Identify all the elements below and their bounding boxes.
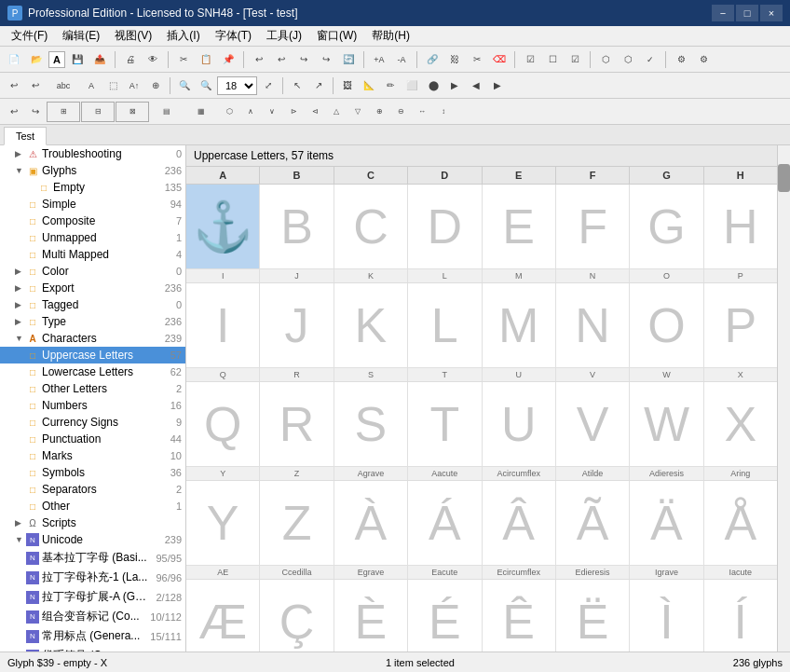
zoom-out-button[interactable]: 🔍 <box>174 75 195 96</box>
glyph-cell-T[interactable]: T <box>408 382 482 466</box>
sidebar-item-simple[interactable]: □ Simple 94 <box>0 196 185 213</box>
sidebar-item-unmapped[interactable]: □ Unmapped 1 <box>0 229 185 246</box>
undo3-button[interactable]: ↩ <box>4 75 24 96</box>
glyph-cell-Agrave[interactable]: À <box>334 481 408 565</box>
validate-button[interactable]: ✓ <box>640 49 661 70</box>
unlink-button[interactable]: ✂ <box>467 49 487 70</box>
tb3-1[interactable]: ↩ <box>4 102 24 122</box>
scrollbar[interactable] <box>777 145 790 651</box>
sidebar-item-uni-1[interactable]: N 拉丁字母补充-1 (La... 96/96 <box>0 568 185 587</box>
tb3-7[interactable]: ▦ <box>184 102 218 122</box>
glyph-cell-Y[interactable]: Y <box>186 481 260 565</box>
menu-tools[interactable]: 工具(J) <box>259 26 309 46</box>
glyph-cell-K[interactable]: K <box>334 283 408 367</box>
zoom-select[interactable]: 18 <box>217 76 257 95</box>
tb3-13[interactable]: △ <box>326 102 347 122</box>
glyph-cell-C[interactable]: C <box>334 185 408 268</box>
open-button[interactable]: 📂 <box>26 49 47 70</box>
glyph-cell-Aring[interactable]: Å <box>704 481 777 565</box>
glyph-cell-D[interactable]: D <box>408 185 482 268</box>
sidebar-item-uni-0[interactable]: N 基本拉丁字母 (Basi... 95/95 <box>0 548 185 568</box>
sidebar-item-type[interactable]: ▶ □ Type 236 <box>0 313 185 330</box>
sidebar-item-composite[interactable]: □ Composite 7 <box>0 213 185 229</box>
img-button[interactable]: 🖼 <box>337 75 358 96</box>
export-button[interactable]: 📤 <box>89 49 110 70</box>
undo4-button[interactable]: ↩ <box>25 75 46 96</box>
sidebar-item-uni-3[interactable]: N 组合变音标记 (Co... 10/112 <box>0 607 185 626</box>
tb3-4[interactable]: ⊟ <box>81 102 115 122</box>
zoom-in-button[interactable]: 🔍 <box>196 75 216 96</box>
img2-button[interactable]: 📐 <box>359 75 379 96</box>
img3-button[interactable]: ✏ <box>380 75 401 96</box>
refresh-button[interactable]: 🔄 <box>338 49 359 70</box>
glyph-cell-S[interactable]: S <box>334 382 408 466</box>
glyph-cell-A[interactable]: ⚓ <box>186 185 260 268</box>
sidebar-item-punctuation[interactable]: □ Punctuation 44 <box>0 431 185 447</box>
undo2-button[interactable]: ↩ <box>271 49 292 70</box>
sidebar-item-color[interactable]: ▶ □ Color 0 <box>0 263 185 280</box>
redo-button[interactable]: ↪ <box>293 49 314 70</box>
sidebar-item-lowercase[interactable]: □ Lowercase Letters 62 <box>0 363 185 380</box>
menu-font[interactable]: 字体(T) <box>208 26 259 46</box>
glyph-cell-M[interactable]: M <box>483 283 556 367</box>
glyph-cell-P[interactable]: P <box>704 283 777 367</box>
img4-button[interactable]: ⬜ <box>402 75 422 96</box>
menu-view[interactable]: 视图(V) <box>107 26 159 46</box>
check3-button[interactable]: ☑ <box>565 49 585 70</box>
minimize-button[interactable]: − <box>712 5 734 21</box>
extra1-button[interactable]: ⬡ <box>595 49 616 70</box>
print-button[interactable]: 🖨 <box>120 49 141 70</box>
tb3-14[interactable]: ▽ <box>347 102 368 122</box>
glyph-cell-Iacute[interactable]: Í <box>704 580 777 651</box>
tb2-btn4[interactable]: A <box>81 75 102 96</box>
sidebar-item-characters[interactable]: ▼ A Characters 239 <box>0 330 185 347</box>
glyph-cell-L[interactable]: L <box>408 283 482 367</box>
maximize-button[interactable]: □ <box>736 5 758 21</box>
glyph-cell-F[interactable]: F <box>556 185 630 268</box>
glyph-cell-Aacute[interactable]: Á <box>408 481 482 565</box>
select2-button[interactable]: ↗ <box>308 75 329 96</box>
menu-file[interactable]: 文件(F) <box>4 26 55 46</box>
glyph-cell-B[interactable]: B <box>260 185 334 268</box>
sidebar-item-export[interactable]: ▶ □ Export 236 <box>0 280 185 296</box>
sidebar-item-scripts[interactable]: ▶ Ω Scripts <box>0 514 185 531</box>
glyph-cell-Igrave[interactable]: Ì <box>630 580 703 651</box>
sidebar-item-uppercase[interactable]: □ Uppercase Letters 57 <box>0 347 185 363</box>
cut-button[interactable]: ✂ <box>173 49 194 70</box>
glyph-cell-Egrave[interactable]: È <box>334 580 408 651</box>
remove-glyph-button[interactable]: -A <box>391 49 412 70</box>
sidebar-item-marks[interactable]: □ Marks 10 <box>0 447 185 464</box>
sidebar-item-uni-5[interactable]: N 货币符号 (Currency ... 4/32 <box>0 646 185 651</box>
sidebar-item-currency[interactable]: □ Currency Signs 9 <box>0 414 185 431</box>
preview-button[interactable]: 👁 <box>143 49 163 70</box>
menu-help[interactable]: 帮助(H) <box>364 26 417 46</box>
tb3-12[interactable]: ⊲ <box>305 102 325 122</box>
sidebar-item-symbols[interactable]: □ Symbols 36 <box>0 464 185 481</box>
select-button[interactable]: ↖ <box>287 75 307 96</box>
new-button[interactable]: 📄 <box>4 49 24 70</box>
add-glyph-button[interactable]: +A <box>369 49 389 70</box>
nav-back[interactable]: ◀ <box>466 75 486 96</box>
check2-button[interactable]: ☐ <box>542 49 563 70</box>
tb3-10[interactable]: ∨ <box>262 102 282 122</box>
tb3-9[interactable]: ∧ <box>240 102 261 122</box>
img6-button[interactable]: ▶ <box>444 75 465 96</box>
tb2-btn5[interactable]: ⬚ <box>102 75 123 96</box>
tb3-16[interactable]: ⊖ <box>390 102 411 122</box>
sidebar-item-otherletters[interactable]: □ Other Letters 2 <box>0 380 185 397</box>
sidebar-item-uni-4[interactable]: N 常用标点 (Genera... 15/111 <box>0 626 185 646</box>
settings2-button[interactable]: ⚙ <box>693 49 714 70</box>
tb3-2[interactable]: ↪ <box>25 102 46 122</box>
undo-button[interactable]: ↩ <box>249 49 269 70</box>
sidebar-item-uni-2[interactable]: N 拉丁字母扩展-A (Genera... 2/128 <box>0 587 185 607</box>
link2-button[interactable]: ⛓ <box>444 49 465 70</box>
glyph-scroll-area[interactable]: ⚓ B C D E F G <box>186 185 777 651</box>
tb2-btn6[interactable]: A↑ <box>124 75 144 96</box>
tb3-15[interactable]: ⊕ <box>369 102 389 122</box>
menu-window[interactable]: 窗口(W) <box>309 26 364 46</box>
fit-button[interactable]: ⤢ <box>258 75 279 96</box>
link-button[interactable]: 🔗 <box>422 49 443 70</box>
sidebar-item-tagged[interactable]: ▶ □ Tagged 0 <box>0 296 185 313</box>
paste-button[interactable]: 📌 <box>218 49 238 70</box>
redo2-button[interactable]: ↪ <box>316 49 336 70</box>
